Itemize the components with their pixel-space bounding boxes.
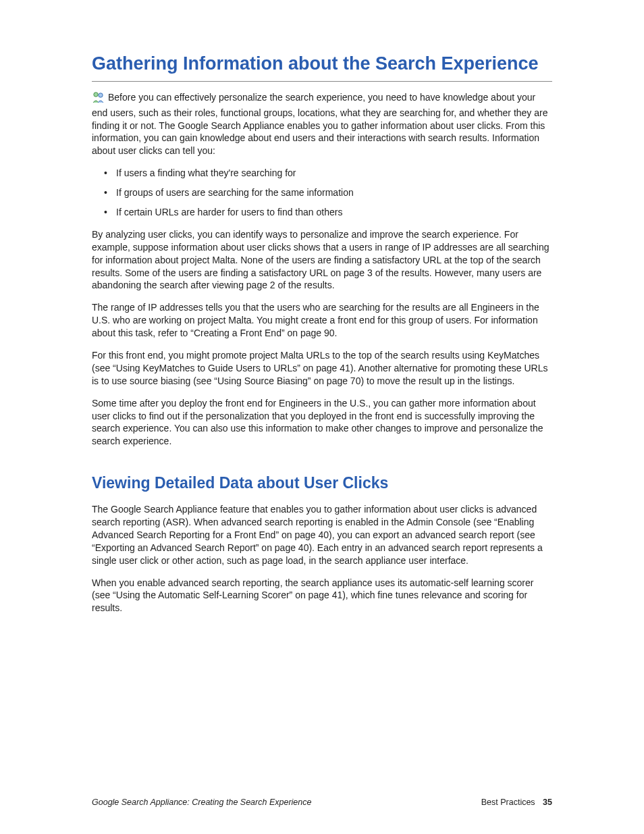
body-paragraph: The Google Search Appliance feature that… bbox=[92, 503, 552, 567]
list-item: If users a finding what they're searchin… bbox=[116, 167, 552, 180]
page-footer: Google Search Appliance: Creating the Se… bbox=[92, 798, 552, 807]
svg-point-0 bbox=[94, 93, 98, 97]
section-heading: Gathering Information about the Search E… bbox=[92, 53, 552, 82]
footer-doc-title: Google Search Appliance: Creating the Se… bbox=[92, 798, 311, 807]
bullet-list: If users a finding what they're searchin… bbox=[92, 167, 552, 219]
list-item: If certain URLs are harder for users to … bbox=[116, 206, 552, 219]
footer-section-label: Best Practices bbox=[481, 798, 535, 807]
body-paragraph: The range of IP addresses tells you that… bbox=[92, 301, 552, 340]
body-paragraph: When you enable advanced search reportin… bbox=[92, 577, 552, 615]
users-icon bbox=[92, 91, 105, 107]
intro-paragraph: Before you can effectively personalize t… bbox=[92, 91, 552, 157]
body-paragraph: Some time after you deploy the front end… bbox=[92, 397, 552, 448]
page-number: 35 bbox=[543, 798, 552, 807]
document-page: Gathering Information about the Search E… bbox=[0, 0, 644, 834]
body-paragraph: By analyzing user clicks, you can identi… bbox=[92, 228, 552, 292]
body-paragraph: For this front end, you might promote pr… bbox=[92, 349, 552, 388]
intro-text: Before you can effectively personalize t… bbox=[92, 92, 548, 157]
footer-section: Best Practices 35 bbox=[481, 798, 552, 807]
list-item: If groups of users are searching for the… bbox=[116, 186, 552, 199]
subsection-heading: Viewing Detailed Data about User Clicks bbox=[92, 473, 552, 494]
svg-point-1 bbox=[99, 93, 103, 97]
